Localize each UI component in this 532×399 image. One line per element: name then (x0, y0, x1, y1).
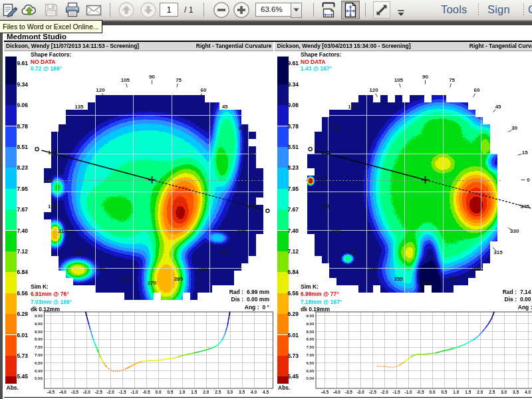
more-tools-menu[interactable] (398, 7, 404, 19)
next-page-button[interactable] (140, 1, 157, 19)
cloud-upload-button[interactable] (21, 1, 38, 19)
angle-label: 165 (45, 150, 61, 156)
panel2-simk-k2: 7.18mm @ 167° (301, 299, 342, 306)
panel2-cursor-rad-label: Rad : (503, 289, 517, 295)
profile-x-tick-label: -4.0 (57, 390, 68, 394)
scale-label: 7.12 (11, 248, 28, 255)
profile-y-tick-label: 8.50 (301, 329, 315, 334)
profile-x-tick-label: 4.0 (522, 390, 532, 394)
scale-label: 6.01 (11, 332, 28, 338)
angle-label: 0 (521, 177, 532, 183)
panel2-cursor-ang-label: Ang : (518, 304, 532, 311)
zoom-dropdown-icon (293, 8, 299, 12)
toolbar-separator (365, 3, 366, 17)
report-title: Medmont Studio (7, 33, 66, 41)
fit-page-button[interactable] (341, 1, 360, 19)
toolbar-separator (203, 3, 204, 17)
zoom-in-button[interactable] (233, 1, 250, 19)
scale-abs-label: Abs. (278, 384, 290, 391)
profile-x-tick-label: -3.0 (80, 390, 92, 394)
cloud-upload-icon (21, 1, 38, 19)
panel1-cursor-dis-label: Dis : (231, 296, 243, 303)
print-button[interactable] (64, 1, 81, 19)
tooltip-text: Files to Word or Excel Online... (3, 23, 99, 31)
save-icon (43, 1, 60, 19)
scale-label: 9.61 (11, 60, 28, 66)
profile-x-tick-label: -3.0 (354, 390, 366, 394)
panel2-shape-factors-value: 1.43 @ 167° (301, 65, 332, 72)
profile-x-tick-label: -2.0 (104, 390, 116, 394)
profile-y-tick-label: 7.50 (29, 344, 43, 349)
previous-page-button[interactable] (118, 1, 135, 19)
panel2-simk-dk: dk 0.19mm (301, 306, 330, 313)
toolbar-separator (313, 3, 314, 17)
page-total: / 1 (184, 5, 193, 15)
angle-label: 225 (71, 249, 87, 255)
angle-label: 330 (233, 228, 249, 234)
comment-link[interactable]: Comment (528, 3, 532, 16)
angle-label: 150 (55, 125, 70, 131)
scale-abs-label: Abs. (7, 384, 19, 391)
profile-y-tick-label: 5.50 (301, 376, 315, 380)
panel2-shape-factors-title: Shape Factors: (301, 51, 341, 59)
angle-label: 60 (196, 87, 211, 93)
fill-sign-button[interactable] (1, 1, 19, 19)
scale-label: 7.40 (281, 227, 299, 234)
angle-label: 300 (196, 266, 211, 272)
email-button[interactable] (85, 1, 102, 19)
zoom-out-button[interactable] (213, 1, 230, 19)
profile-x-tick-label: 2.5 (486, 390, 498, 394)
scale-label: 8.23 (11, 164, 28, 171)
panel1-shape-factors-value: 0.72 @ 166° (31, 65, 62, 72)
scale-label: 8.78 (11, 123, 28, 130)
profile-x-tick-label: -1.0 (402, 390, 414, 394)
panel1-cursor-dis: Dis :0.00 mm (231, 296, 269, 303)
scale-label: 6.29 (11, 311, 28, 317)
profile-x-tick-label: 1.5 (462, 390, 474, 394)
scale-label: 5.45 (11, 373, 28, 380)
panel2-patient: Dickson, Wendy [03/04/2013 15:34:00 - Sc… (277, 42, 411, 51)
profile-x-tick-label: -3.5 (68, 390, 80, 394)
profile-y-tick-label: 8.50 (29, 329, 43, 334)
zoom-out-icon (213, 1, 230, 19)
profile-x-tick-label: -4.0 (331, 390, 342, 394)
profile-x-tick-label: 3.0 (224, 390, 236, 394)
profile-x-tick-label: -2.0 (378, 390, 390, 394)
fit-width-icon (320, 1, 337, 19)
profile-y-tick-label: 5.50 (29, 376, 43, 380)
expand-button[interactable] (373, 1, 390, 19)
profile-x-tick-label: -2.5 (92, 390, 104, 394)
page-number-input[interactable] (160, 3, 178, 17)
angle-label: 195 (45, 203, 61, 209)
panel2-simk-title: Sim K: (301, 283, 319, 291)
toolbar-dotted-separator (523, 3, 524, 17)
angle-label: 330 (507, 228, 523, 234)
save-button[interactable] (43, 1, 60, 19)
angle-label: 210 (55, 228, 70, 234)
profile-x-tick-label: 2.5 (212, 390, 224, 394)
panel1-simk-dk: dk 0.12mm (31, 306, 60, 313)
sign-link[interactable]: Sign (487, 3, 510, 16)
angle-label: 135 (71, 104, 87, 110)
panel2-map-type: Right - Tangential Curvature (469, 42, 532, 51)
angle-label: 15 (517, 150, 532, 156)
profile-x-tick-label: -4.5 (45, 390, 57, 394)
angle-label: 135 (344, 104, 360, 110)
profile-x-tick-label: -4.5 (319, 390, 331, 394)
profile-x-tick-label: 3.5 (510, 390, 522, 394)
zoom-dropdown-button[interactable] (291, 3, 302, 18)
toolbar-separator (110, 3, 110, 17)
print-icon (64, 1, 81, 19)
report-page: Medmont Studio Dickson, Wendy [11/07/201… (0, 25, 532, 399)
angle-label: 90 (144, 74, 160, 80)
zoom-level-value: 63.6% (261, 5, 283, 13)
zoom-level-field[interactable]: 63.6% (255, 3, 296, 17)
scale-label: 9.06 (281, 102, 299, 108)
angle-label: 315 (490, 249, 506, 255)
fit-width-button[interactable] (320, 1, 337, 19)
profile-x-tick-label: 0.0 (152, 390, 164, 394)
page-bottom-rule (4, 397, 532, 398)
tools-link[interactable]: Tools (441, 3, 467, 16)
profile-x-tick-label: 1.0 (176, 390, 188, 394)
angle-label: 105 (390, 77, 406, 83)
